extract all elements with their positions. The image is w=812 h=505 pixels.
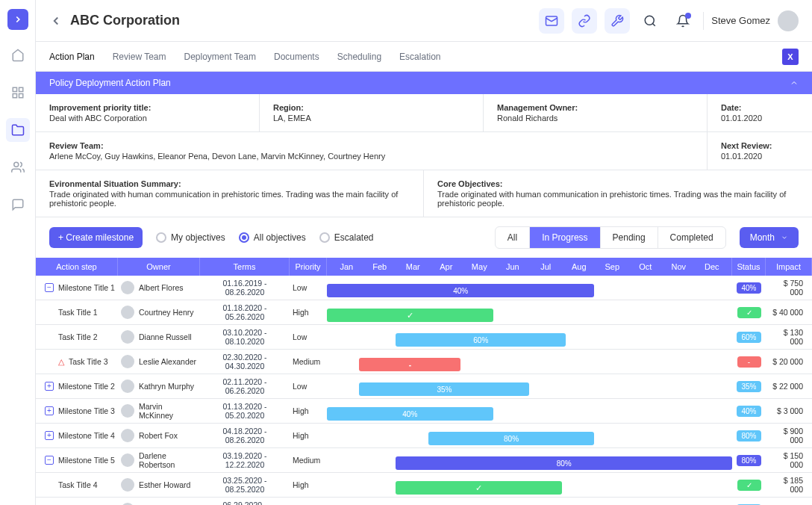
sidebar: [0, 0, 36, 505]
sidebar-chat[interactable]: [6, 193, 30, 217]
tab-documents[interactable]: Documents: [274, 42, 319, 71]
panel-header[interactable]: Policy Deployment Action Plan: [36, 72, 812, 94]
owner-name: Kathryn Murphy: [139, 382, 194, 391]
table-row[interactable]: Task Title 2Dianne Russell03.10.2020 - 0…: [36, 325, 812, 350]
impact-value: $ 750 000: [766, 276, 812, 300]
notifications-button[interactable]: [670, 8, 696, 34]
search-button[interactable]: [637, 8, 663, 34]
sidebar-home[interactable]: [6, 43, 30, 67]
table-row[interactable]: −Milestone Title 1Albert Flores01.16.201…: [36, 276, 812, 300]
row-title: Milestone Title 1: [58, 283, 115, 292]
sidebar-grid[interactable]: [6, 81, 30, 105]
row-title: Task Title 1: [58, 308, 98, 317]
filter-pending[interactable]: Pending: [601, 227, 658, 248]
filter-in-progress[interactable]: In Progress: [530, 227, 600, 248]
back-button[interactable]: [49, 14, 63, 28]
collapse-icon[interactable]: −: [45, 456, 54, 465]
gantt-bar[interactable]: 40%: [327, 407, 493, 421]
sidebar-folder[interactable]: [6, 118, 30, 142]
row-title: Milestone Title 2: [58, 382, 115, 391]
radio-my-objectives[interactable]: My objectives: [156, 232, 225, 243]
page-title: ABC Corporation: [70, 13, 531, 28]
gantt-bar[interactable]: [327, 309, 493, 322]
status-badge: [737, 480, 761, 491]
status-badge: 80%: [737, 430, 761, 442]
expand-icon[interactable]: +: [45, 406, 54, 415]
mail-button[interactable]: [539, 8, 564, 34]
tab-deployment-team[interactable]: Deployment Team: [184, 42, 257, 71]
svg-point-6: [645, 16, 654, 25]
impact-value: $ 22 000: [766, 379, 812, 394]
chevron-up-icon: [790, 78, 799, 87]
svg-rect-2: [13, 94, 16, 98]
user-name[interactable]: Steve Gomez: [711, 15, 770, 26]
collapse-icon[interactable]: −: [45, 283, 54, 292]
gantt-bar[interactable]: 80%: [396, 456, 732, 470]
excel-export[interactable]: X: [782, 49, 799, 65]
owner-name: Esther Howard: [139, 480, 190, 489]
impact-value: $ 20 000: [766, 354, 812, 369]
owner-avatar: [121, 379, 134, 393]
tab-scheduling[interactable]: Scheduling: [337, 42, 381, 71]
table-row[interactable]: +Milestone Title 2Kathryn Murphy02.11.20…: [36, 374, 812, 399]
app-logo[interactable]: [7, 9, 28, 30]
tool-button[interactable]: [605, 8, 630, 34]
table-row[interactable]: +Milestone Title 3Marvin McKinney01.13.2…: [36, 399, 812, 424]
month-dropdown[interactable]: Month: [740, 227, 799, 248]
owner-avatar: [121, 281, 134, 294]
tab-action-plan[interactable]: Action Plan: [49, 42, 95, 71]
filter-all[interactable]: All: [496, 227, 530, 248]
status-badge: 35%: [737, 381, 761, 392]
impact-value: $ 130 000: [766, 325, 812, 349]
gantt-bar[interactable]: [396, 481, 562, 495]
warning-icon: △: [58, 357, 64, 367]
row-title: Task Title 3: [69, 357, 108, 366]
panel-title: Policy Deployment Action Plan: [49, 78, 171, 88]
owner-avatar: [121, 453, 134, 467]
table-row[interactable]: −Milestone Title 5Darlene Robertson03.19…: [36, 448, 812, 473]
expand-icon[interactable]: +: [45, 431, 54, 440]
radio-escalated[interactable]: Escalated: [319, 232, 374, 243]
impact-value: $ 150 000: [766, 448, 812, 472]
owner-name: Dianne Russell: [139, 332, 192, 341]
svg-rect-0: [13, 87, 16, 91]
svg-point-4: [13, 162, 18, 167]
row-title: Task Title 4: [58, 480, 98, 489]
tabs: Action PlanReview TeamDeployment TeamDoc…: [36, 42, 812, 72]
status-badge: -: [737, 356, 761, 368]
gantt-bar[interactable]: 60%: [396, 333, 566, 347]
row-title: Milestone Title 4: [58, 431, 115, 440]
table-row[interactable]: Task Title 5Darrell Steward06.29.2020 - …: [36, 498, 812, 505]
owner-avatar: [121, 429, 134, 442]
sidebar-users[interactable]: [6, 155, 30, 179]
table-row[interactable]: Task Title 4Esther Howard03.25.2020 - 08…: [36, 473, 812, 498]
owner-name: Robert Fox: [139, 431, 178, 440]
owner-avatar: [121, 404, 134, 418]
link-button[interactable]: [572, 8, 597, 34]
user-avatar[interactable]: [778, 10, 799, 31]
owner-avatar: [121, 355, 134, 368]
tab-escalation[interactable]: Escalation: [399, 42, 440, 71]
owner-name: Marvin McKinney: [139, 402, 197, 420]
impact-value: $ 3 000: [766, 403, 812, 418]
expand-icon[interactable]: +: [45, 382, 54, 391]
status-badge: 80%: [737, 455, 761, 466]
table-row[interactable]: △Task Title 3Leslie Alexander02.30.2020 …: [36, 350, 812, 374]
radio-all-objectives[interactable]: All objectives: [239, 232, 306, 243]
table-row[interactable]: +Milestone Title 4Robert Fox04.18.2020 -…: [36, 424, 812, 448]
owner-name: Darlene Robertson: [139, 451, 197, 469]
table-row[interactable]: Task Title 1Courtney Henry01.18.2020 - 0…: [36, 300, 812, 325]
tab-review-team[interactable]: Review Team: [113, 42, 166, 71]
topbar: ABC Corporation Steve Gomez: [36, 0, 812, 42]
owner-avatar: [121, 330, 134, 344]
row-title: Task Title 2: [58, 332, 98, 341]
create-milestone-button[interactable]: + Create milestone: [49, 227, 143, 248]
status-badge: 40%: [737, 406, 761, 417]
gantt-bar[interactable]: 40%: [327, 284, 594, 297]
filter-completed[interactable]: Completed: [658, 227, 725, 248]
owner-name: Leslie Alexander: [139, 357, 196, 366]
gantt-bar[interactable]: 80%: [428, 432, 595, 445]
gantt-bar[interactable]: 35%: [359, 382, 529, 396]
gantt-bar[interactable]: [359, 358, 460, 371]
svg-rect-3: [19, 94, 22, 98]
